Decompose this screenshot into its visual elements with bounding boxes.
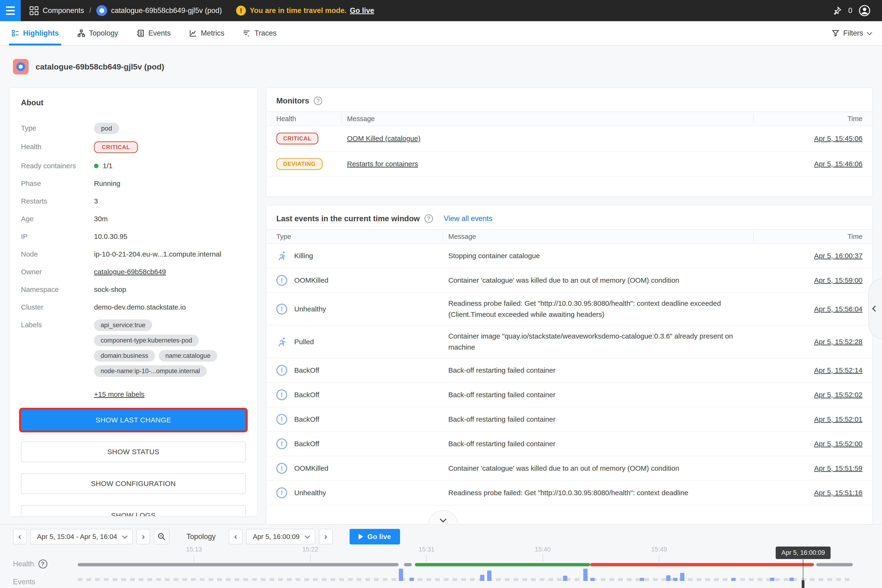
about-row-value: ip-10-0-21-204.eu-w...1.compute.internal: [94, 249, 221, 258]
event-type-icon: !: [276, 414, 287, 425]
view-all-events-link[interactable]: View all events: [444, 214, 492, 223]
table-row: ! Pulled Container image "quay.io/stacks…: [266, 326, 872, 358]
events-panel: Last events in the current time window ?…: [266, 206, 873, 525]
timestamp-link[interactable]: Apr 5, 16:00:37: [814, 252, 862, 260]
timestamp-link[interactable]: Apr 5, 15:59:00: [814, 276, 862, 284]
alert-circle-icon: !: [276, 414, 287, 425]
page-header: catalogue-69b58cb649-gjl5v (pod): [13, 59, 164, 75]
event-histogram-bar: [583, 568, 588, 581]
alert-circle-icon: !: [276, 304, 287, 315]
event-message: Back-off restarting failed container: [448, 414, 740, 425]
event-message: Container image "quay.io/stackstate/weav…: [448, 331, 740, 352]
event-type: BackOff: [294, 366, 319, 374]
axis-tick: 15:40: [535, 546, 551, 562]
tab-topology[interactable]: Topology: [77, 21, 118, 45]
label-pill: name:catalogue: [159, 350, 217, 362]
timestamp-link[interactable]: Apr 5, 15:51:59: [814, 464, 862, 472]
events-table-header: Type Message Time: [266, 229, 872, 244]
monitor-link[interactable]: Restarts for containers: [347, 160, 418, 168]
timestamp-link[interactable]: Apr 5, 15:52:02: [814, 391, 862, 399]
marker-drag-handle[interactable]: [802, 580, 804, 588]
column-message: Message: [448, 230, 759, 243]
event-histogram-bar: [480, 575, 484, 581]
timestamp-link[interactable]: Apr 5, 15:56:04: [814, 305, 862, 313]
health-timeline[interactable]: [78, 563, 853, 566]
breadcrumb-root[interactable]: Components: [43, 6, 84, 15]
event-type: Killing: [294, 252, 313, 260]
axis-tick: 15:49: [651, 546, 667, 562]
event-type: BackOff: [294, 416, 319, 423]
timestamp-link[interactable]: Apr 5, 15:52:00: [814, 440, 862, 448]
about-row: Node ip-10-0-21-204.eu-w...1.compute.int…: [21, 249, 246, 259]
status-badge: CRITICAL: [276, 133, 318, 144]
user-avatar-icon[interactable]: [858, 4, 871, 17]
filters-button[interactable]: Filters: [832, 29, 871, 38]
tab-traces[interactable]: Traces: [243, 21, 277, 45]
event-message: Back-off restarting failed container: [448, 438, 740, 450]
about-panel: About Type pod Health CRITICAL Ready con…: [9, 88, 257, 516]
tab-metrics[interactable]: Metrics: [189, 21, 224, 45]
event-type: BackOff: [294, 440, 319, 448]
about-row-label: IP: [21, 231, 94, 240]
table-row: ! Killing Stopping container catalogue A…: [266, 244, 872, 268]
collapse-timeline-button[interactable]: [428, 510, 458, 524]
timestamp-link[interactable]: Apr 5, 15:52:01: [814, 416, 862, 423]
show-last-change-button[interactable]: SHOW LAST CHANGE: [21, 410, 246, 430]
events-histogram[interactable]: [78, 566, 853, 581]
monitor-link[interactable]: OOM Killed (catalogue): [347, 135, 420, 142]
pod-icon: [96, 5, 107, 16]
tab-highlights[interactable]: Highlights: [11, 21, 59, 45]
event-message: Back-off restarting failed container: [448, 389, 740, 400]
health-segment: [404, 563, 412, 566]
table-row: ! BackOff Back-off restarting failed con…: [266, 358, 872, 383]
show-status-button[interactable]: SHOW STATUS: [21, 441, 246, 462]
go-live-link[interactable]: Go live: [350, 6, 374, 15]
event-message: Container 'catalogue' was killed due to …: [448, 463, 740, 474]
table-row: ! OOMKilled Container 'catalogue' was ki…: [266, 268, 872, 293]
expand-right-panel-button[interactable]: [868, 278, 882, 339]
monitors-table-body: CRITICAL OOM Killed (catalogue) Apr 5, 1…: [266, 126, 872, 177]
timestamp-link[interactable]: Apr 5, 15:45:06: [814, 135, 862, 142]
timestamp-link[interactable]: Apr 5, 15:52:14: [814, 366, 862, 374]
about-row-value: demo-dev.demo.stackstate.io: [94, 302, 186, 311]
tab-events[interactable]: Events: [136, 21, 171, 45]
column-time: Time: [759, 230, 862, 243]
chevron-down-icon: [440, 516, 446, 522]
more-labels-link[interactable]: +15 more labels: [94, 390, 144, 398]
alert-circle-icon: !: [276, 488, 287, 498]
highlights-icon: [11, 29, 20, 37]
menu-icon[interactable]: [0, 0, 21, 21]
timestamp-link[interactable]: Apr 5, 15:51:16: [814, 489, 862, 496]
timeline-chart[interactable]: 15:13 15:22 15:31 15:40 15:49: [78, 525, 853, 588]
about-row-value: 30m: [94, 213, 108, 223]
help-icon[interactable]: ?: [424, 214, 433, 223]
column-message: Message: [347, 112, 759, 126]
about-row-label: Health: [21, 141, 94, 151]
breadcrumb-current[interactable]: catalogue-69b58cb649-gjl5v (pod): [111, 6, 222, 15]
page-title: catalogue-69b58cb649-gjl5v (pod): [36, 62, 164, 71]
show-configuration-button[interactable]: SHOW CONFIGURATION: [21, 473, 246, 494]
about-row-labels: Labels api_service:truecomponent-type:ku…: [21, 320, 246, 377]
event-histogram-bar: [673, 578, 678, 581]
timestamp-link[interactable]: Apr 5, 15:52:28: [814, 338, 862, 346]
column-type: Type: [276, 230, 448, 243]
pin-icon[interactable]: [832, 6, 842, 15]
show-logs-button[interactable]: SHOW LOGS: [21, 505, 246, 516]
event-histogram-bar: [680, 573, 684, 581]
event-type: Pulled: [294, 338, 314, 346]
range-prev-button[interactable]: ‹: [13, 529, 27, 544]
event-message: Readiness probe failed: Get "http://10.0…: [448, 298, 740, 320]
column-time: Time: [759, 112, 862, 126]
help-icon[interactable]: ?: [38, 560, 47, 568]
labels-pills: api_service:truecomponent-type:kubernete…: [94, 320, 245, 377]
pin-count: 0: [848, 6, 852, 15]
chevron-left-icon: [872, 306, 878, 311]
event-histogram-bar: [666, 575, 670, 581]
about-row-label: Cluster: [21, 302, 94, 311]
timestamp-link[interactable]: Apr 5, 15:46:06: [814, 160, 862, 168]
about-row-label: Namespace: [21, 284, 94, 294]
about-row-value: 10.0.30.95: [94, 231, 128, 240]
help-icon[interactable]: ?: [314, 97, 322, 105]
axis-tick: 15:22: [302, 546, 318, 562]
event-type-icon: !: [276, 438, 287, 449]
